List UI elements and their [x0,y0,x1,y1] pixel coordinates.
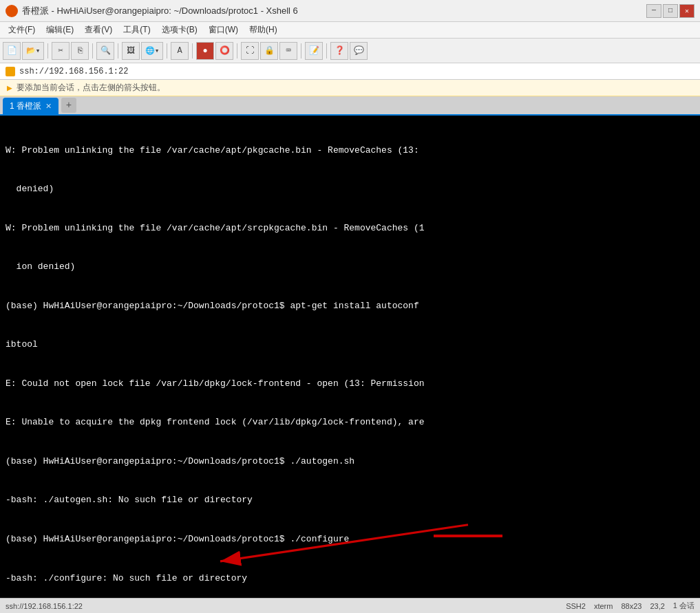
terminal-line-11: -bash: ./configure: No such file or dire… [6,572,694,585]
terminal-line-4: (base) HwHiAiUser@orangepiaipro:~/Downlo… [6,300,694,313]
terminal-line-0: W: Problem unlinking the file /var/cache… [6,144,694,158]
toolbar-red[interactable]: ● [196,42,214,60]
toolbar-img1[interactable]: 🖼 [122,42,140,60]
toolbar-lock[interactable]: 🔒 [260,42,278,60]
status-protocol: SSH2 [566,602,586,610]
toolbar-search[interactable]: 🔍 [96,42,114,60]
notification-bar: ▶ 要添加当前会话，点击左侧的箭头按钮。 [0,80,700,96]
menu-bar: 文件(F) 编辑(E) 查看(V) 工具(T) 选项卡(B) 窗口(W) 帮助(… [0,22,700,39]
toolbar-compose[interactable]: 📝 [305,42,323,60]
tab-1[interactable]: 1 香橙派 ✕ [3,98,59,114]
menu-view[interactable]: 查看(V) [79,23,118,37]
window-controls: ─ □ ✕ [646,4,694,18]
maximize-button[interactable]: □ [663,4,678,18]
toolbar-help[interactable]: ❓ [330,42,348,60]
status-sessions: 1 会话 [673,601,694,611]
status-bar: ssh://192.168.156.1:22 SSH2 xterm 88x23 … [0,598,700,613]
terminal-line-10: (base) HwHiAiUser@orangepiaipro:~/Downlo… [6,533,694,546]
menu-tab[interactable]: 选项卡(B) [156,23,203,37]
address-bar: ssh://192.168.156.1:22 [0,63,700,80]
terminal-line-7: E: Unable to acquire the dpkg frontend l… [6,416,694,429]
address-icon [6,67,15,76]
terminal-line-9: -bash: ./autogen.sh: No such file or dir… [6,494,694,507]
status-address: ssh://192.168.156.1:22 [6,602,83,610]
toolbar-info[interactable]: 💬 [350,42,368,60]
toolbar-sep-3 [118,43,118,58]
toolbar-sep-4 [167,43,167,58]
toolbar-font[interactable]: A [171,42,189,60]
toolbar-fullscreen[interactable]: ⛶ [241,42,259,60]
toolbar-sep-6 [237,43,237,58]
close-button[interactable]: ✕ [679,4,694,18]
minimize-button[interactable]: ─ [646,4,661,18]
toolbar-open[interactable]: 📂▾ [22,42,44,60]
red-underline-bar [434,535,502,537]
terminal-line-2: W: Problem unlinking the file /var/cache… [6,222,694,235]
menu-help[interactable]: 帮助(H) [244,23,283,37]
terminal-line-8: (base) HwHiAiUser@orangepiaipro:~/Downlo… [6,455,694,469]
address-text: ssh://192.168.156.1:22 [19,67,128,76]
toolbar-copy[interactable]: ⎘ [71,42,89,60]
tab-1-label: 1 香橙派 [10,100,41,112]
status-encoding: xterm [594,602,613,610]
terminal-line-3: ion denied) [6,261,694,274]
toolbar-new[interactable]: 📄 [3,42,21,60]
toolbar-sep-1 [47,43,48,58]
toolbar-cut[interactable]: ✂ [52,42,70,60]
menu-tools[interactable]: 工具(T) [118,23,156,37]
title-bar: 香橙派 - HwHiAiUser@orangepiaipro: ~/Downlo… [0,0,700,22]
terminal-line-1: denied) [6,183,694,196]
toolbar-sep-5 [192,43,193,58]
notif-text: 要添加当前会话，点击左侧的箭头按钮。 [17,82,165,94]
toolbar-sep-2 [92,43,93,58]
toolbar-img2[interactable]: 🌐▾ [141,42,163,60]
terminal-line-6: E: Could not open lock file /var/lib/dpk… [6,378,694,391]
terminal-content: W: Problem unlinking the file /var/cache… [6,118,694,598]
menu-edit[interactable]: 编辑(E) [41,23,79,37]
toolbar-circle[interactable]: ⭕ [215,42,233,60]
tab-bar: 1 香橙派 ✕ + [0,96,700,116]
status-size: 88x23 [621,602,641,610]
status-right: SSH2 xterm 88x23 23,2 1 会话 [566,601,694,611]
toolbar-sep-8 [326,43,327,58]
toolbar-keyboard[interactable]: ⌨ [279,42,297,60]
app-icon [6,5,18,17]
status-position: 23,2 [650,602,664,610]
menu-window[interactable]: 窗口(W) [203,23,244,37]
terminal-line-5: ibtool [6,338,694,352]
toolbar: 📄 📂▾ ✂ ⎘ 🔍 🖼 🌐▾ A ● ⭕ ⛶ 🔒 ⌨ 📝 ❓ 💬 [0,39,700,63]
terminal[interactable]: W: Problem unlinking the file /var/cache… [0,116,700,598]
tab-1-close[interactable]: ✕ [45,102,52,111]
toolbar-sep-7 [301,43,301,58]
tab-add-button[interactable]: + [61,98,76,113]
notif-icon: ▶ [7,83,12,94]
window-title: 香橙派 - HwHiAiUser@orangepiaipro: ~/Downlo… [22,5,646,17]
menu-file[interactable]: 文件(F) [3,23,41,37]
